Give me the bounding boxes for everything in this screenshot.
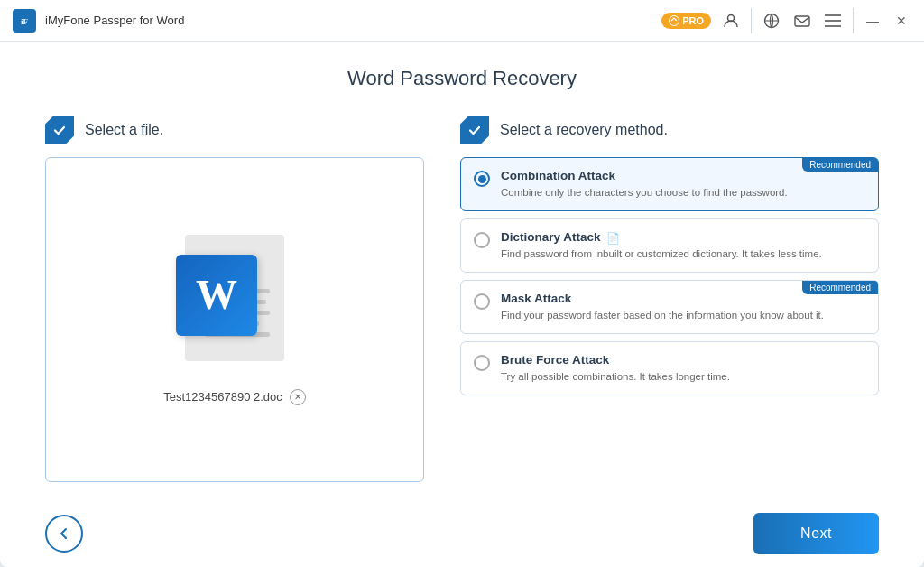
option-mask-text: Mask Attack Find your password faster ba…: [501, 292, 865, 322]
word-file-icon: W: [176, 235, 293, 375]
radio-inner-combination: [478, 175, 486, 183]
option-combination-desc: Combine only the characters you choose t…: [501, 185, 865, 200]
left-check-badge: [45, 116, 74, 144]
left-section-label: Select a file.: [85, 122, 163, 138]
close-button[interactable]: ✕: [892, 11, 911, 31]
option-brute-text: Brute Force Attack Try all possible comb…: [501, 353, 865, 384]
word-w-letter: W: [196, 274, 237, 316]
pro-badge[interactable]: PRO: [661, 13, 711, 29]
option-brute-desc: Try all possible combinations. It takes …: [501, 369, 865, 384]
option-brute[interactable]: Brute Force Attack Try all possible comb…: [460, 341, 879, 395]
right-section-label: Select a recovery method.: [500, 122, 668, 138]
recommended-badge-mask: Recommended: [802, 281, 878, 294]
left-section-header: Select a file.: [45, 116, 424, 144]
option-dictionary-desc: Find password from inbuilt or customized…: [501, 246, 865, 261]
radio-combination[interactable]: [474, 171, 490, 187]
radio-mask[interactable]: [474, 293, 490, 310]
svg-point-2: [670, 15, 679, 25]
option-dictionary-text: Dictionary Attack 📄 Find password from i…: [501, 230, 865, 261]
right-check-badge: [460, 116, 489, 144]
file-remove-button[interactable]: ✕: [290, 389, 306, 405]
globe-icon[interactable]: [761, 10, 782, 32]
next-button[interactable]: Next: [753, 513, 879, 554]
pro-icon: [669, 15, 679, 26]
option-mask-desc: Find your password faster based on the i…: [501, 308, 865, 322]
titlebar-actions: PRO: [661, 8, 911, 33]
app-window: iF iMyFone Passper for Word PRO: [0, 0, 924, 567]
radio-dictionary[interactable]: [474, 232, 490, 248]
option-combination[interactable]: Combination Attack Combine only the char…: [460, 157, 879, 211]
check-icon-right: [467, 123, 482, 137]
option-brute-title: Brute Force Attack: [501, 353, 865, 367]
option-combination-text: Combination Attack Combine only the char…: [501, 169, 865, 200]
right-section-header: Select a recovery method.: [460, 116, 879, 144]
separator-1: [751, 8, 752, 33]
option-dictionary-title: Dictionary Attack: [501, 230, 601, 244]
page-title: Word Password Recovery: [45, 67, 879, 90]
right-panel: Select a recovery method. Combination At…: [460, 116, 879, 482]
menu-icon[interactable]: [822, 10, 844, 32]
minimize-button[interactable]: —: [863, 11, 882, 31]
svg-text:iF: iF: [21, 17, 29, 26]
app-title: iMyFone Passper for Word: [45, 14, 661, 27]
back-button[interactable]: [45, 515, 83, 553]
file-name-label: Test1234567890 2.doc: [163, 390, 282, 404]
panels: Select a file.: [45, 116, 879, 482]
mail-icon[interactable]: [791, 10, 813, 32]
option-dictionary-title-row: Dictionary Attack 📄: [501, 230, 865, 246]
svg-rect-5: [795, 16, 809, 26]
option-dictionary[interactable]: Dictionary Attack 📄 Find password from i…: [460, 218, 879, 273]
option-mask[interactable]: Mask Attack Find your password faster ba…: [460, 280, 879, 334]
app-logo: iF: [13, 9, 36, 33]
file-name-row: Test1234567890 2.doc ✕: [163, 389, 306, 405]
separator-2: [853, 8, 854, 33]
word-blue-card: W: [176, 255, 257, 336]
titlebar: iF iMyFone Passper for Word PRO: [0, 0, 924, 42]
user-icon[interactable]: [720, 10, 742, 32]
back-arrow-icon: [56, 525, 72, 542]
main-content: Word Password Recovery Select a file.: [0, 42, 924, 500]
file-drop-area[interactable]: W Test1234567890 2.doc ✕: [45, 157, 424, 482]
left-panel: Select a file.: [45, 116, 424, 482]
radio-brute[interactable]: [474, 355, 490, 371]
recommended-badge-combination: Recommended: [802, 158, 878, 172]
bottom-bar: Next: [0, 500, 924, 567]
recovery-options: Combination Attack Combine only the char…: [460, 157, 879, 482]
dictionary-doc-icon: 📄: [606, 232, 620, 245]
check-icon: [52, 123, 67, 137]
